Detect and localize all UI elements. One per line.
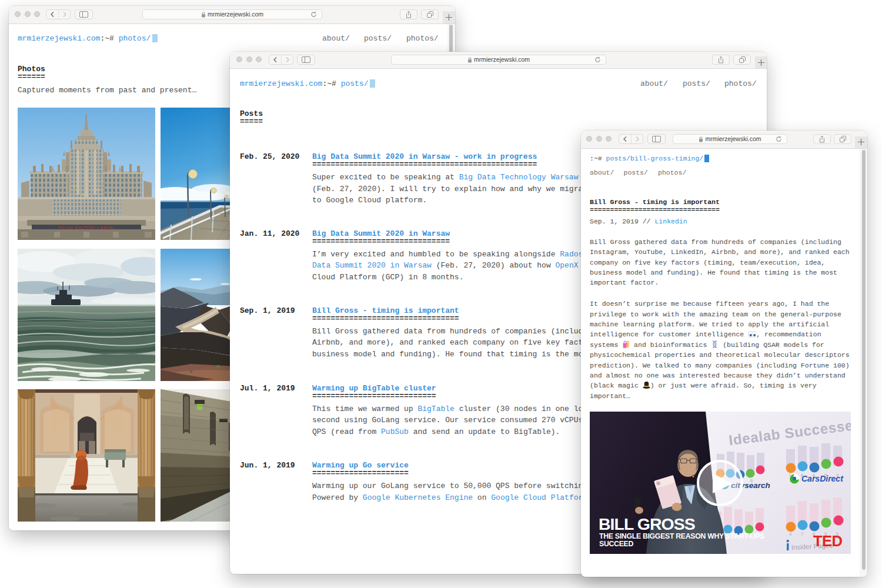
svg-text:CarsDirect: CarsDirect: [801, 474, 844, 483]
svg-text:SUCCEED: SUCCEED: [599, 540, 633, 548]
svg-text:THE SINGLE BIGGEST REASON WHY: THE SINGLE BIGGEST REASON WHY START-UPS: [599, 532, 764, 540]
svg-text:PALAC KULTURY I NAUKI: PALAC KULTURY I NAUKI: [59, 226, 115, 229]
svg-text:7: 7: [801, 532, 803, 537]
svg-text:TED: TED: [813, 533, 843, 549]
svg-text:4: 4: [789, 532, 791, 537]
svg-text:BILL GROSS: BILL GROSS: [599, 514, 695, 533]
